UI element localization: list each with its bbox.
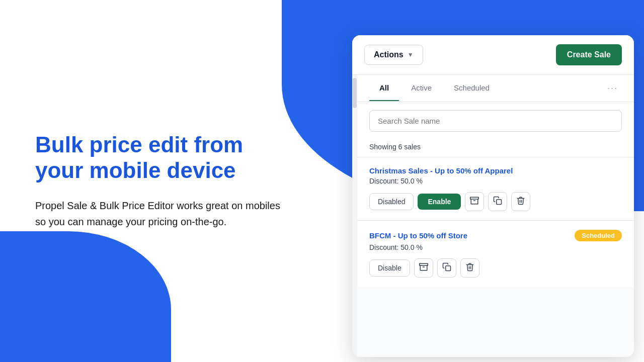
actions-label: Actions [374,50,404,59]
svg-rect-0 [470,197,479,199]
copy-icon-2 [442,262,451,274]
hero-title: Bulk price edit from your mobile device [35,132,292,183]
archive-button-2[interactable] [414,258,433,278]
sale-name-2[interactable]: BFCM - Up to 50% off Store [369,231,467,240]
disable-button-2[interactable]: Disable [369,259,410,277]
tab-scheduled[interactable]: Scheduled [444,75,500,101]
content-area: All Active Scheduled ··· Showing 6 sales [352,75,634,357]
disabled-button-1[interactable]: Disabled [369,193,414,210]
delete-button-2[interactable] [460,258,479,278]
sale-actions-1: Disabled Enable [369,192,622,211]
sale-item-2-header: BFCM - Up to 50% off Store Scheduled [369,230,622,241]
delete-button-1[interactable] [511,192,530,211]
sale-item-1-header: Christmas Sales - Up to 50% off Apparel [369,166,622,175]
tab-more-button[interactable]: ··· [603,75,622,102]
app-card: Actions ▼ Create Sale All Active [352,35,634,357]
archive-button-1[interactable] [465,192,484,211]
hero-description: Propel Sale & Bulk Price Editor works gr… [35,198,292,230]
tab-active[interactable]: Active [401,75,442,101]
scheduled-badge: Scheduled [575,230,622,241]
svg-rect-3 [419,263,428,265]
trash-icon-2 [465,262,474,274]
enable-button-1[interactable]: Enable [418,194,461,210]
sale-name-1[interactable]: Christmas Sales - Up to 50% off Apparel [369,166,513,175]
sales-list: Christmas Sales - Up to 50% off Apparel … [357,157,634,357]
sale-actions-2: Disable [369,258,622,278]
archive-icon-2 [419,262,428,274]
actions-button[interactable]: Actions ▼ [364,45,423,65]
showing-count: Showing 6 sales [357,140,634,157]
create-sale-button[interactable]: Create Sale [556,44,622,65]
scrollbar-thumb [353,78,357,108]
tab-all[interactable]: All [369,75,399,101]
svg-rect-5 [445,266,450,271]
main-content: All Active Scheduled ··· Showing 6 sales [357,75,634,357]
archive-icon [470,196,479,207]
search-area [357,102,634,140]
copy-button-2[interactable] [437,258,456,278]
sale-item-1: Christmas Sales - Up to 50% off Apparel … [357,157,634,220]
app-panel: Actions ▼ Create Sale All Active [352,35,634,357]
sale-discount-2: Discount: 50.0 % [369,243,622,251]
chevron-down-icon: ▼ [408,51,414,58]
sale-item-2: BFCM - Up to 50% off Store Scheduled Dis… [357,220,634,287]
scrollbar[interactable] [352,75,357,357]
tabs-bar: All Active Scheduled ··· [357,75,634,102]
trash-icon [516,196,525,207]
copy-button-1[interactable] [488,192,507,211]
copy-icon [493,196,502,207]
search-input[interactable] [369,110,622,132]
toolbar: Actions ▼ Create Sale [352,35,634,75]
sale-discount-1: Discount: 50.0 % [369,177,622,185]
hero-panel: Bulk price edit from your mobile device … [0,0,327,362]
svg-rect-2 [497,200,502,205]
